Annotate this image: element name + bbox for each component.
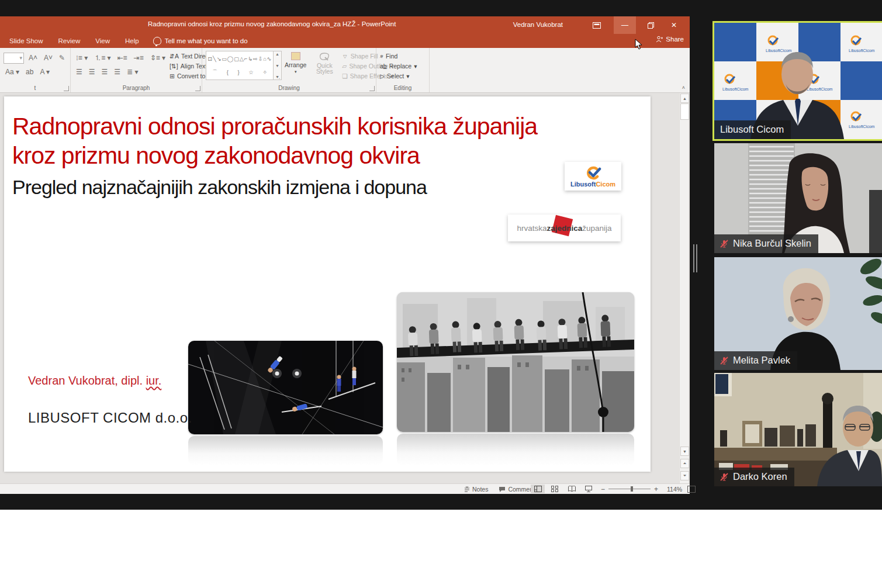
scroll-up-button[interactable]: ▲ [680, 94, 689, 103]
change-case-icon[interactable]: Aa ▾ [4, 67, 21, 77]
shape-icon[interactable]: ∿ [267, 56, 272, 62]
font-size-combo[interactable]: ▾ [4, 53, 24, 64]
shape-icon[interactable]: ▭ [222, 56, 227, 62]
shape-icon[interactable]: } [237, 70, 239, 75]
shape-icon[interactable]: ↳ [248, 56, 253, 62]
shapes-gallery-scroll[interactable]: ▲ ▼ ▼̱ [274, 51, 282, 80]
tab-slide-show[interactable]: Slide Show [4, 35, 49, 47]
shape-icon[interactable]: ⊡ [207, 56, 212, 62]
shapes-gallery[interactable]: ⊡╲↘▭◯▢ △⌐↳⇨⇩⌂ ∿⌒{}☆✧ ▲ ▼ ▼̱ [206, 51, 282, 80]
hzz-logo[interactable]: hrvatskazajednicažupanija [508, 215, 621, 241]
shape-icon[interactable]: { [227, 70, 229, 75]
panel-resize-handle[interactable] [693, 244, 699, 272]
vertical-scrollbar[interactable]: ▲ ▼ ⏶ ⏷ [679, 93, 689, 483]
align-right-icon[interactable]: ☰ [100, 67, 110, 77]
increase-indent-icon[interactable]: ⇥≡ [132, 53, 146, 63]
quick-styles-button[interactable]: Quick Styles [309, 51, 340, 75]
participant-video-melita-pavlek[interactable]: Melita Pavlek [714, 257, 882, 370]
close-button[interactable]: ✕ [663, 16, 685, 34]
tab-view[interactable]: View [89, 35, 116, 47]
decrease-indent-icon[interactable]: ⇤≡ [116, 53, 129, 63]
reading-view-button[interactable] [565, 485, 579, 493]
shape-icon[interactable]: ╲ [213, 56, 216, 62]
participant-video-nika-burcul-skelin[interactable]: Nika Burčul Skelin [714, 143, 882, 253]
shape-icon[interactable]: ⌒ [212, 70, 218, 75]
share-button[interactable]: Share [656, 36, 684, 43]
minimize-button[interactable]: — [614, 16, 636, 34]
slide[interactable]: Radnopravni odnosi proračunskih korisnik… [4, 96, 651, 472]
highlight-icon[interactable]: ab [24, 67, 35, 77]
notes-button[interactable]: Notes [459, 486, 493, 493]
line-spacing-icon[interactable]: ⇕≡ ▾ [148, 53, 167, 63]
replace-label: Replace [389, 63, 412, 70]
gallery-up-icon[interactable]: ▲ [275, 52, 279, 56]
shapes-grid[interactable]: ⊡╲↘▭◯▢ △⌐↳⇨⇩⌂ ∿⌒{}☆✧ [206, 51, 274, 80]
align-text-icon: [⇅] [170, 63, 178, 70]
zoom-level[interactable]: 114% [662, 486, 687, 493]
replace-icon: ab̲ [380, 63, 387, 70]
slide-title-text[interactable]: Radnopravni odnosi proračunskih korisnik… [12, 112, 537, 170]
shape-effects-icon: ❏ [342, 72, 347, 79]
find-button[interactable]: ⌕ Find [380, 51, 426, 61]
drawing-dialog-launcher[interactable] [369, 86, 375, 91]
scrollbar-thumb[interactable] [680, 103, 689, 120]
trapeze-artists-image[interactable] [188, 341, 383, 434]
tell-me-search[interactable]: Tell me what you want to do [153, 37, 248, 45]
font-color-icon[interactable]: A ▾ [38, 67, 51, 77]
previous-slide-button[interactable]: ⏶ [680, 459, 689, 468]
company-name-text[interactable]: LIBUSOFT CICOM d.o.o. [28, 410, 192, 426]
clear-formatting-icon[interactable]: ✎ [57, 53, 67, 63]
participant-video-libusoft-cicom[interactable]: LibusoftCicom LibusoftCicom LibusoftCico… [712, 21, 882, 141]
shape-icon[interactable]: ▢ [234, 56, 239, 62]
shape-icon[interactable]: ⇨ [253, 56, 258, 62]
justify-icon[interactable]: ☰ [112, 67, 122, 77]
fit-slide-to-window-button[interactable] [687, 486, 696, 493]
restore-button[interactable] [639, 16, 662, 34]
tell-me-label: Tell me what you want to do [165, 37, 248, 44]
numbering-icon[interactable]: ⒈≡ ▾ [92, 53, 112, 63]
paragraph-dialog-launcher[interactable] [195, 86, 200, 91]
shape-icon[interactable]: ↘ [216, 56, 221, 62]
scroll-down-button[interactable]: ▼ [680, 447, 689, 456]
slide-sorter-view-button[interactable] [548, 485, 562, 493]
zoom-slider[interactable] [608, 489, 651, 489]
zoom-in-button[interactable]: + [654, 485, 658, 493]
font-dialog-launcher[interactable] [64, 86, 69, 91]
bullets-icon[interactable]: ⁝≡ ▾ [74, 53, 89, 63]
slide-show-button[interactable] [582, 485, 596, 493]
shape-icon[interactable]: △ [240, 56, 244, 62]
normal-view-button[interactable] [531, 485, 545, 493]
libusoft-logo-text-orange: Cicom [596, 181, 615, 188]
gallery-more-icon[interactable]: ▼̱ [275, 75, 279, 79]
participant-video-darko-koren[interactable]: Darko Koren [714, 373, 882, 486]
zoom-slider-thumb[interactable] [631, 486, 633, 492]
select-button[interactable]: ▷ Select ▾ [380, 71, 426, 81]
shape-icon[interactable]: ⇩ [258, 56, 262, 62]
tab-review[interactable]: Review [53, 35, 87, 47]
drawing-group: ⊡╲↘▭◯▢ △⌐↳⇨⇩⌂ ∿⌒{}☆✧ ▲ ▼ ▼̱ Arrange [202, 48, 376, 92]
shrink-font-icon[interactable]: A˅ [42, 53, 54, 63]
shape-icon[interactable]: ☆ [248, 70, 254, 75]
collapse-ribbon-icon[interactable]: ˄ [682, 85, 685, 91]
account-user-name[interactable]: Vedran Vukobrat [513, 21, 563, 28]
arrange-button[interactable]: Arrange ▾ [282, 51, 309, 75]
title-bar: Radnopravni odnosi kroz prizmu novog zak… [0, 16, 690, 34]
tab-help[interactable]: Help [119, 35, 145, 47]
gallery-down-icon[interactable]: ▼ [275, 64, 279, 68]
libusoft-cicom-logo[interactable]: LibusoftCicom [565, 162, 621, 191]
grow-font-icon[interactable]: A˄ [27, 53, 39, 63]
align-center-icon[interactable]: ☰ [87, 67, 97, 77]
align-left-icon[interactable]: ☰ [74, 67, 84, 77]
shape-icon[interactable]: ◯ [227, 56, 234, 62]
shape-icon[interactable]: ⌐ [244, 56, 248, 62]
shape-icon[interactable]: ✧ [262, 70, 267, 75]
columns-icon[interactable]: ≣ ▾ [125, 67, 140, 77]
replace-button[interactable]: ab̲ Replace ▾ [380, 61, 426, 71]
workers-on-beam-image[interactable] [397, 292, 634, 432]
next-slide-button[interactable]: ⏷ [680, 471, 689, 480]
shape-icon[interactable]: ⌂ [263, 56, 267, 62]
ribbon-display-options-button[interactable] [586, 16, 608, 34]
presenter-name-text[interactable]: Vedran Vukobrat, dipl. iur. [28, 374, 161, 388]
slide-subtitle-text[interactable]: Pregled najznačajnijih zakonskih izmjena… [12, 176, 427, 199]
zoom-out-button[interactable]: − [601, 485, 605, 493]
